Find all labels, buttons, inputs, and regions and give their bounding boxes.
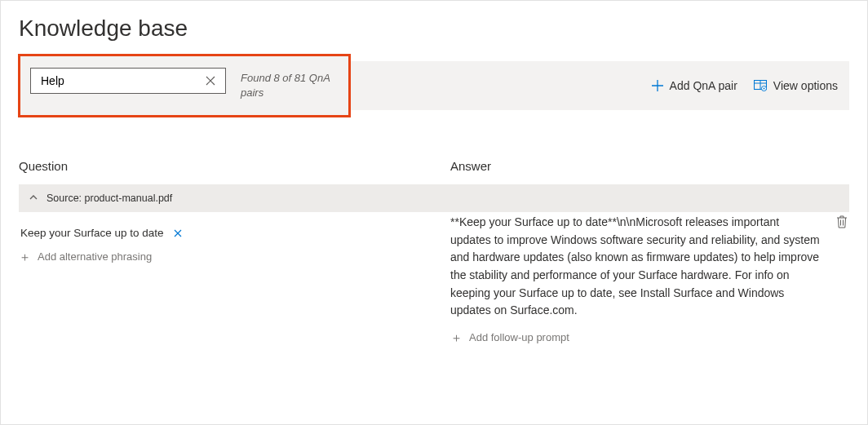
- search-result-count: Found 8 of 81 QnA pairs: [241, 71, 339, 100]
- view-options-button[interactable]: View options: [751, 74, 841, 97]
- trash-icon: [836, 215, 848, 228]
- question-column: Question Source: product-manual.pdf Keep…: [19, 159, 418, 343]
- qna-content: Question Source: product-manual.pdf Keep…: [19, 159, 849, 343]
- delete-answer-button[interactable]: [835, 214, 849, 230]
- table-options-icon: [754, 80, 767, 91]
- add-alternative-phrasing-button[interactable]: ＋ Add alternative phrasing: [19, 250, 152, 263]
- search-input[interactable]: [41, 74, 202, 87]
- add-alternative-phrasing-label: Add alternative phrasing: [38, 250, 152, 263]
- remove-question-button[interactable]: [172, 228, 184, 239]
- clear-search-button[interactable]: [202, 73, 219, 89]
- source-label: Source: product-manual.pdf: [46, 193, 172, 204]
- plus-icon: ＋: [19, 250, 31, 263]
- toolbar: Found 8 of 81 QnA pairs Add QnA pair: [19, 61, 849, 110]
- plus-icon: [652, 80, 663, 91]
- add-followup-label: Add follow-up prompt: [469, 331, 569, 343]
- search-box[interactable]: [30, 68, 226, 94]
- plus-icon: ＋: [450, 331, 463, 343]
- answer-column-header: Answer: [450, 159, 849, 173]
- add-qna-pair-label: Add QnA pair: [670, 79, 737, 92]
- add-followup-prompt-button[interactable]: ＋ Add follow-up prompt: [450, 331, 569, 343]
- question-item: Keep your Surface up to date: [19, 227, 418, 239]
- answer-panel: **Keep your Surface up to date**\n\nMicr…: [450, 214, 849, 343]
- svg-point-4: [763, 88, 764, 90]
- add-qna-pair-button[interactable]: Add QnA pair: [649, 74, 741, 97]
- toolbar-actions: Add QnA pair View options: [649, 61, 849, 110]
- question-column-header: Question: [19, 159, 418, 173]
- close-icon: [206, 76, 215, 86]
- search-highlight-area: Found 8 of 81 QnA pairs: [18, 54, 351, 117]
- question-text[interactable]: Keep your Surface up to date: [20, 227, 164, 239]
- close-icon: [174, 229, 182, 237]
- answer-column: Answer **Keep your Surface up to date**\…: [450, 159, 849, 343]
- answer-text[interactable]: **Keep your Surface up to date**\n\nMicr…: [450, 214, 822, 320]
- view-options-label: View options: [773, 79, 838, 92]
- page-title: Knowledge base: [19, 15, 849, 42]
- chevron-up-icon: [29, 191, 38, 206]
